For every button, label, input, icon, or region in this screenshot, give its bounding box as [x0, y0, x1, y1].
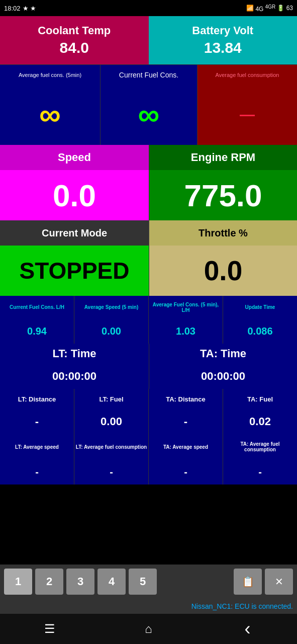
nav-btn-2[interactable]: 2 — [35, 569, 63, 595]
stat-v2: 0.00 — [102, 326, 121, 337]
row-dist-fuel-values: - 0.00 - 0.02 — [0, 409, 297, 434]
status-icons: 📶 4G 4GR 🔋 63 — [246, 4, 293, 13]
current-fuel-header-label: Current Fuel Cons. — [119, 71, 178, 79]
nav-btn-2-label: 2 — [46, 575, 52, 588]
speed-header[interactable]: Speed — [0, 145, 149, 170]
ta-time-value: 00:00:00 — [201, 370, 245, 383]
ta-dist-value-cell: - — [149, 409, 223, 434]
row-stats-headers: Current Fuel Cons. L/H Average Speed (5 … — [0, 296, 297, 318]
coolant-label: Coolant Temp — [38, 24, 111, 37]
ta-avg-fuel-cell: - — [223, 459, 297, 485]
stat-v2-cell: 0.00 — [74, 318, 149, 344]
row-mode-throttle-values: STOPPED 0.0 — [0, 246, 297, 296]
stat-v3: 1.03 — [176, 326, 195, 337]
stat-v3-cell: 1.03 — [149, 318, 223, 344]
nav-btn-5[interactable]: 5 — [129, 569, 157, 595]
inf-left-cell: ∞ — [0, 85, 101, 145]
mode-value: STOPPED — [20, 257, 130, 284]
stat-h3-label: Average Fuel Cons. (5 min), L/H — [149, 302, 223, 313]
speed-value: 0.0 — [53, 178, 96, 213]
row-avg-headers: LT: Average speed LT: Average fuel consu… — [0, 434, 297, 459]
dash-red-icon: — — [240, 106, 255, 123]
status-bar: 18:02 ★ ★ 📶 4G 4GR 🔋 63 — [0, 0, 297, 16]
row-time-headers: LT: Time TA: Time — [0, 344, 297, 364]
row-coolant-battery: Coolant Temp 84.0 Battery Volt 13.84 — [0, 16, 297, 64]
rpm-value-cell: 775.0 — [149, 170, 297, 220]
row-fuel-headers: Average fuel cons. (5min) Current Fuel C… — [0, 64, 297, 85]
stat-h4-label: Update Time — [245, 304, 275, 310]
lt-fuel-header: LT: Fuel — [74, 389, 149, 409]
stat-h3: Average Fuel Cons. (5 min), L/H — [149, 296, 223, 318]
nav-btn-1-label: 1 — [15, 575, 21, 588]
close-icon: ✕ — [275, 576, 283, 588]
stat-v1: 0.94 — [27, 326, 47, 337]
sys-menu-btn[interactable]: ☰ — [37, 622, 62, 636]
throttle-value-cell: 0.0 — [149, 246, 297, 296]
row-speed-rpm-values: 0.0 775.0 — [0, 170, 297, 220]
sys-back-btn[interactable]: ‹ — [235, 618, 260, 639]
nav-list-icon-btn[interactable]: 📋 — [234, 569, 262, 595]
ta-avg-speed-value: - — [184, 466, 187, 478]
row-avg-values: - - - - — [0, 459, 297, 485]
stat-h1-label: Current Fuel Cons. L/H — [10, 304, 64, 310]
ta-time-header-label: TA: Time — [200, 347, 246, 360]
row-dist-fuel-headers: LT: Distance LT: Fuel TA: Distance TA: F… — [0, 389, 297, 409]
avg-fuel-header[interactable]: Average fuel cons. (5min) — [0, 65, 101, 85]
lt-dist-value-cell: - — [0, 409, 74, 434]
speed-value-cell: 0.0 — [0, 170, 149, 220]
throttle-header-label: Throttle % — [199, 227, 248, 239]
lt-time-header[interactable]: LT: Time — [0, 344, 149, 364]
lt-dist-header-label: LT: Distance — [18, 395, 56, 403]
nav-buttons-row: 1 2 3 4 5 📋 ✕ — [0, 565, 297, 599]
stat-v1-cell: 0.94 — [0, 318, 74, 344]
avg-fuel-header-label: Average fuel cons. (5min) — [19, 72, 81, 78]
row-speed-rpm-headers: Speed Engine RPM — [0, 145, 297, 170]
row-stats-values: 0.94 0.00 1.03 0.086 — [0, 318, 297, 344]
coolant-value: 84.0 — [60, 39, 89, 56]
nav-btn-4[interactable]: 4 — [97, 569, 126, 595]
throttle-value: 0.0 — [204, 255, 242, 287]
time-display: 18:02 — [4, 5, 21, 12]
ta-avg-fuel-header: TA: Average fuel consumption — [223, 434, 297, 459]
throttle-header[interactable]: Throttle % — [149, 220, 297, 246]
stat-v4: 0.086 — [247, 326, 272, 337]
nav-btn-3[interactable]: 3 — [66, 569, 94, 595]
stat-h4: Update Time — [223, 296, 297, 318]
row-infinity: ∞ ∞ — — [0, 85, 297, 145]
battery-cell: Battery Volt 13.84 — [149, 16, 298, 64]
nav-btn-1[interactable]: 1 — [4, 569, 32, 595]
row-mode-throttle-headers: Current Mode Throttle % — [0, 220, 297, 246]
ta-time-header[interactable]: TA: Time — [149, 344, 297, 364]
ta-fuel-value: 0.02 — [249, 415, 271, 428]
signal-icons: 4G 4GR — [255, 4, 275, 13]
list-icon: 📋 — [242, 576, 254, 588]
status-time: 18:02 ★ ★ — [4, 5, 36, 12]
ta-time-value-cell: 00:00:00 — [149, 364, 297, 389]
lt-fuel-value-cell: 0.00 — [74, 409, 149, 434]
rpm-header[interactable]: Engine RPM — [149, 145, 297, 170]
lt-avg-fuel-value: - — [110, 466, 113, 478]
rpm-value: 775.0 — [184, 178, 262, 213]
lt-avg-fuel-header: LT: Average fuel consumption — [74, 434, 149, 459]
ta-fuel-value-cell: 0.02 — [223, 409, 297, 434]
speed-header-label: Speed — [58, 151, 91, 164]
lt-dist-value: - — [35, 415, 39, 428]
menu-icon: ☰ — [44, 622, 55, 635]
stat-h1: Current Fuel Cons. L/H — [0, 296, 74, 318]
ta-dist-value: - — [184, 415, 187, 428]
avg-cons-header[interactable]: Average fuel consumption — [197, 65, 297, 85]
mode-header[interactable]: Current Mode — [0, 220, 149, 246]
lt-avg-fuel-header-label: LT: Average fuel consumption — [76, 444, 147, 450]
ta-dist-header-label: TA: Distance — [166, 395, 206, 403]
status-message-row: Nissan_NC1: ECU is connected. — [0, 599, 297, 614]
lt-dist-header: LT: Distance — [0, 389, 74, 409]
current-fuel-header[interactable]: Current Fuel Cons. — [101, 65, 197, 85]
back-icon: ‹ — [245, 618, 251, 639]
nav-close-btn[interactable]: ✕ — [265, 569, 293, 595]
inf-mid-cell: ∞ — [101, 85, 197, 145]
mode-value-cell: STOPPED — [0, 246, 149, 296]
lt-time-value-cell: 00:00:00 — [0, 364, 149, 389]
system-nav-bar: ☰ ⌂ ‹ — [0, 614, 297, 644]
main-grid: Coolant Temp 84.0 Battery Volt 13.84 Ave… — [0, 16, 297, 565]
sys-home-btn[interactable]: ⌂ — [136, 622, 161, 636]
